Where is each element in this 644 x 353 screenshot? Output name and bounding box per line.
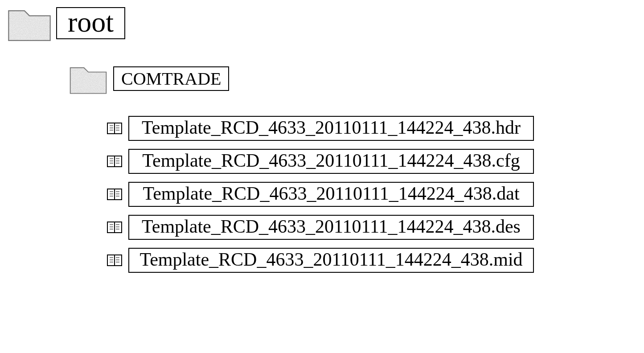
subfolder-node[interactable]: COMTRADE (67, 59, 534, 98)
file-item[interactable]: Template_RCD_4633_20110111_144224_438.de… (107, 215, 534, 240)
document-icon (107, 122, 122, 135)
file-list: Template_RCD_4633_20110111_144224_438.hd… (107, 116, 534, 273)
file-item[interactable]: Template_RCD_4633_20110111_144224_438.hd… (107, 116, 534, 141)
file-item[interactable]: Template_RCD_4633_20110111_144224_438.cf… (107, 149, 534, 174)
file-name: Template_RCD_4633_20110111_144224_438.de… (128, 215, 534, 240)
document-icon (107, 188, 122, 201)
file-item[interactable]: Template_RCD_4633_20110111_144224_438.da… (107, 182, 534, 207)
file-name: Template_RCD_4633_20110111_144224_438.mi… (128, 248, 534, 273)
file-name: Template_RCD_4633_20110111_144224_438.cf… (128, 149, 534, 174)
document-icon (107, 155, 122, 168)
file-name: Template_RCD_4633_20110111_144224_438.da… (128, 182, 534, 207)
folder-icon (4, 1, 54, 45)
root-label: root (56, 7, 125, 39)
folder-icon (67, 59, 110, 98)
root-node[interactable]: root (4, 1, 534, 45)
file-item[interactable]: Template_RCD_4633_20110111_144224_438.mi… (107, 248, 534, 273)
file-tree: root COMTRADE (4, 1, 534, 281)
subfolder-label: COMTRADE (113, 66, 229, 91)
document-icon (107, 254, 122, 267)
document-icon (107, 221, 122, 234)
file-name: Template_RCD_4633_20110111_144224_438.hd… (128, 116, 534, 141)
